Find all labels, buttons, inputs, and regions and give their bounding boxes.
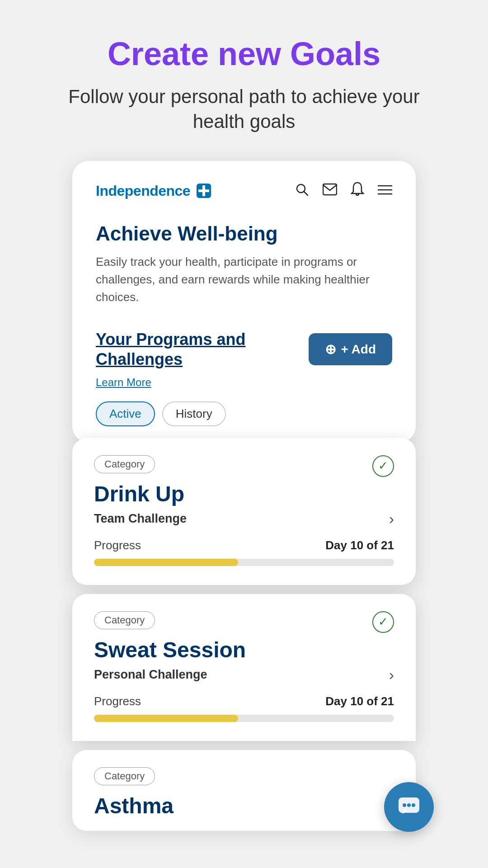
learn-more-link[interactable]: Learn More xyxy=(96,376,392,389)
svg-point-12 xyxy=(407,803,411,807)
header-icons xyxy=(295,182,392,200)
menu-icon[interactable] xyxy=(378,183,392,198)
tab-active[interactable]: Active xyxy=(96,401,155,426)
tab-history[interactable]: History xyxy=(162,401,226,426)
logo-cross-icon xyxy=(194,181,214,201)
challenge-cards-wrapper: Category ✓ Drink Up Team Challenge › Pro… xyxy=(72,438,416,831)
svg-rect-6 xyxy=(323,184,337,195)
challenge-card-drink-up: Category ✓ Drink Up Team Challenge › Pro… xyxy=(72,438,416,585)
svg-point-3 xyxy=(202,189,205,192)
search-icon[interactable] xyxy=(295,182,309,200)
app-card: Independence xyxy=(72,161,416,442)
category-badge-3: Category xyxy=(94,767,155,785)
challenge-type-row-1: Team Challenge › xyxy=(94,510,394,528)
svg-point-13 xyxy=(412,803,415,807)
programs-section-title: Your Programs and Challenges xyxy=(96,330,286,368)
app-header: Independence xyxy=(96,181,392,201)
challenge-card-sweat-session: Category ✓ Sweat Session Personal Challe… xyxy=(72,594,416,741)
tabs-container: Active History xyxy=(96,401,392,426)
progress-row-2: Progress Day 10 of 21 xyxy=(94,694,394,708)
logo-area: Independence xyxy=(96,181,214,201)
challenge-type-row-2: Personal Challenge › xyxy=(94,666,394,684)
programs-header: Your Programs and Challenges ⊕ + Add xyxy=(96,330,392,368)
achieve-desc: Easily track your health, participate in… xyxy=(96,253,392,306)
logo-text: Independence xyxy=(96,183,190,199)
progress-value-1: Day 10 of 21 xyxy=(325,538,394,552)
challenge-card-asthma: Category Asthma xyxy=(72,750,416,831)
challenge-name-3: Asthma xyxy=(94,793,394,818)
progress-label-1: Progress xyxy=(94,538,141,552)
progress-label-2: Progress xyxy=(94,694,141,708)
progress-bar-bg-2 xyxy=(94,715,394,722)
page-title: Create new Goals xyxy=(108,36,380,72)
add-button[interactable]: ⊕ + Add xyxy=(309,333,392,365)
check-circle-2: ✓ xyxy=(372,611,394,633)
chat-fab-button[interactable] xyxy=(384,782,434,832)
progress-bar-fill-2 xyxy=(94,715,238,722)
add-label: + Add xyxy=(341,342,376,357)
bell-icon[interactable] xyxy=(351,182,364,200)
chevron-right-icon-2[interactable]: › xyxy=(389,666,394,684)
mail-icon[interactable] xyxy=(323,183,337,199)
page-subtitle: Follow your personal path to achieve you… xyxy=(68,85,420,134)
check-circle-1: ✓ xyxy=(372,455,394,477)
svg-point-11 xyxy=(403,803,406,807)
category-badge-1: Category xyxy=(94,455,155,473)
achieve-title: Achieve Well-being xyxy=(96,222,392,245)
chevron-right-icon-1[interactable]: › xyxy=(389,510,394,528)
category-badge-2: Category xyxy=(94,611,155,629)
svg-line-5 xyxy=(304,192,308,195)
progress-bar-bg-1 xyxy=(94,559,394,566)
chat-icon xyxy=(397,795,421,819)
progress-row-1: Progress Day 10 of 21 xyxy=(94,538,394,552)
challenge-name-2: Sweat Session xyxy=(94,637,394,662)
progress-bar-fill-1 xyxy=(94,559,238,566)
challenge-type-1: Team Challenge xyxy=(94,512,187,526)
plus-circle-icon: ⊕ xyxy=(325,341,336,357)
challenge-type-2: Personal Challenge xyxy=(94,668,207,682)
challenge-name-1: Drink Up xyxy=(94,481,394,506)
progress-value-2: Day 10 of 21 xyxy=(325,694,394,708)
